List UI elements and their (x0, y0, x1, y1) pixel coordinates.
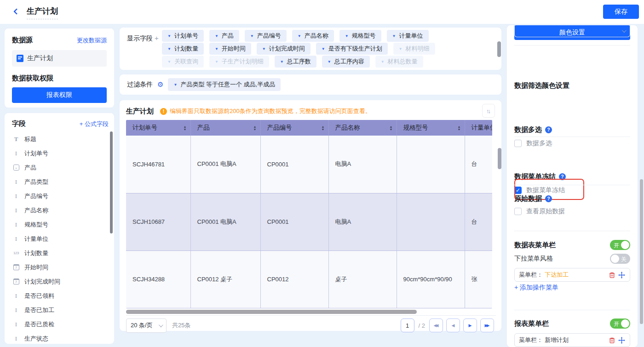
table-row[interactable]: SCJH10687CP0001 电脑ACP0001电脑A台 (126, 193, 492, 250)
table-menubar-toggle[interactable]: 开 (610, 240, 630, 250)
help-icon[interactable]: ? (545, 195, 552, 202)
change-datasource-link[interactable]: 更改数据源 (77, 36, 107, 45)
field-label: 计划数量 (24, 249, 48, 257)
filter-panel: 过滤条件 ⚙ ▼ 产品类型 等于任意一个 成品,半成品 (120, 74, 501, 95)
display-field-tag[interactable]: ▼材料总数量 (375, 56, 423, 68)
fields-scrollbar[interactable] (110, 131, 113, 233)
display-field-tag[interactable]: ▼计划完成时间 (257, 43, 310, 55)
report-menu-value[interactable]: 新增计划 (545, 336, 569, 344)
dropdown-style-toggle[interactable]: 关 (610, 254, 630, 264)
table-title: 生产计划 (126, 107, 154, 116)
column-header[interactable]: 计量单位 (465, 120, 492, 136)
table-cell: 电脑A (328, 193, 397, 250)
last-page-button[interactable]: ▶▶ (480, 319, 494, 332)
field-item[interactable]: 7开始时间 (12, 260, 109, 274)
field-item[interactable]: I是否已领料 (12, 289, 109, 303)
display-field-tag[interactable]: ▼是否有下级生产计划 (316, 43, 388, 55)
display-field-tag[interactable]: ▼材料明细 (393, 43, 435, 55)
table-row[interactable]: SCJH34288CP0012 桌子CP0012桌子90cm*90cm*90/9… (126, 250, 492, 308)
field-item[interactable]: I产品类型 (12, 175, 109, 189)
display-field-tag[interactable]: ▼关联查询 (162, 56, 204, 68)
first-page-button[interactable]: ◀◀ (429, 319, 443, 332)
display-field-tag[interactable]: ▼产品 (209, 30, 239, 42)
action-menu-value[interactable]: 下达加工 (545, 271, 569, 279)
move-icon[interactable] (618, 336, 626, 344)
multi-select-checkbox[interactable] (514, 140, 522, 147)
sort-arrows-icon[interactable]: ▲▼ (458, 125, 461, 131)
field-item[interactable]: ⌄产品 (12, 160, 109, 175)
column-header[interactable]: 规格型号▲▼ (397, 120, 465, 136)
multi-select-title: 数据多选? (514, 125, 630, 134)
column-header[interactable]: 产品名称▲▼ (328, 120, 397, 136)
menu-label: 菜单栏： (519, 271, 543, 279)
dropdown-style-label: 下拉菜单风格 (514, 255, 553, 263)
back-icon[interactable] (12, 8, 20, 16)
column-header[interactable]: 产品▲▼ (190, 120, 260, 136)
column-header[interactable]: 产品编号▲▼ (260, 120, 328, 136)
report-permission-button[interactable]: 报表权限 (12, 87, 107, 103)
next-page-button[interactable]: ▶ (463, 319, 477, 332)
field-item[interactable]: I产品编号 (12, 189, 109, 203)
display-field-tag[interactable]: ▼计划数量 (162, 43, 204, 55)
page-size-select[interactable]: 20 条/页 (126, 319, 167, 333)
help-icon[interactable]: ? (559, 173, 566, 180)
sort-arrows-icon[interactable]: ▲▼ (390, 125, 393, 131)
action-menu-item[interactable]: 菜单栏： 下达加工 (514, 268, 630, 282)
sort-arrows-icon[interactable]: ▲▼ (253, 125, 257, 131)
field-label: 产品编号 (24, 192, 48, 200)
display-field-tag[interactable]: ▼计划单号 (162, 30, 204, 42)
chevron-down-icon (159, 323, 163, 327)
help-icon[interactable]: ? (545, 126, 552, 133)
settings-select[interactable] (514, 25, 630, 37)
text-icon: I (12, 235, 20, 243)
display-field-tag[interactable]: ▼计量单位 (387, 30, 429, 42)
display-field-tag[interactable]: ▼产品名称 (292, 30, 334, 42)
display-field-tag[interactable]: ▼规格型号 (339, 30, 381, 42)
field-item[interactable]: I产品名称 (12, 203, 109, 217)
display-field-tag[interactable]: ▼子生产计划明细 (209, 56, 269, 68)
display-field-tag[interactable]: ▼产品编号 (245, 30, 287, 42)
sort-arrows-icon[interactable]: ▲▼ (322, 125, 325, 131)
delete-icon[interactable] (608, 271, 616, 279)
column-header[interactable]: 计划单号▲▼ (126, 120, 190, 136)
filter-condition-tag[interactable]: ▼ 产品类型 等于任意一个 成品,半成品 (168, 78, 281, 91)
table-row[interactable]: SCJH46781CP0001 电脑ACP0001电脑A台 (126, 136, 492, 193)
tag-label: 关联查询 (174, 57, 198, 66)
page-number-input[interactable]: 1 (401, 319, 414, 332)
add-formula-field-link[interactable]: + 公式字段 (80, 120, 109, 128)
table-vertical-scrollbar[interactable] (498, 148, 501, 169)
delete-icon[interactable] (608, 336, 616, 344)
field-item[interactable]: I生产状态 (12, 331, 109, 344)
page-scrollbar[interactable] (640, 179, 643, 324)
field-item[interactable]: 7计划完成时间 (12, 274, 109, 289)
data-table: 计划单号▲▼产品▲▼产品编号▲▼产品名称▲▼规格型号▲▼计量单位 SCJH467… (126, 120, 492, 308)
display-field-tag[interactable]: ▼总工序内容 (322, 56, 370, 68)
raw-data-checkbox[interactable] (514, 208, 522, 215)
gear-icon[interactable]: ⚙ (157, 80, 163, 89)
field-item[interactable]: 123计划数量 (12, 246, 109, 260)
datasource-item[interactable]: 生产计划 (12, 50, 107, 67)
main-scrollbar[interactable] (497, 41, 501, 57)
report-menu-item[interactable]: 菜单栏： 新增计划 (514, 333, 630, 347)
table-horizontal-scrollbar[interactable] (126, 310, 492, 314)
sort-button[interactable]: ↑↓ (482, 104, 495, 118)
sort-arrows-icon[interactable]: ▲▼ (184, 125, 187, 131)
prev-page-button[interactable]: ◀ (446, 319, 460, 332)
field-item[interactable]: T标题 (12, 132, 109, 146)
caret-down-icon: ▼ (215, 60, 218, 64)
display-field-tag[interactable]: ▼开始时间 (209, 43, 251, 55)
menu-freeze-checkbox[interactable]: ✓ (514, 187, 522, 194)
save-button[interactable]: 保存 (603, 5, 639, 19)
add-display-field-button[interactable]: + (155, 34, 159, 42)
add-action-menu-link[interactable]: + 添加操作菜单 (514, 284, 630, 292)
field-item[interactable]: I计量单位 (12, 232, 109, 246)
field-item[interactable]: I是否已加工 (12, 303, 109, 317)
display-field-tag[interactable]: ▼总工序数 (275, 56, 316, 68)
field-item[interactable]: I是否已质检 (12, 317, 109, 331)
field-item[interactable]: I计划单号 (12, 146, 109, 160)
caret-down-icon: ▼ (215, 47, 218, 51)
total-pages: / 2 (419, 322, 425, 329)
move-icon[interactable] (618, 271, 626, 279)
field-item[interactable]: I规格型号 (12, 217, 109, 232)
report-menubar-toggle[interactable]: 开 (610, 319, 630, 329)
